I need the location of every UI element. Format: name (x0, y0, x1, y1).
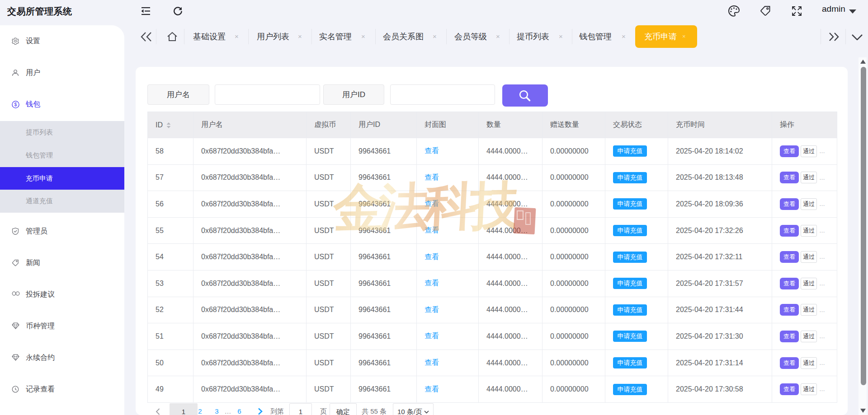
svg-text:$: $ (14, 102, 17, 107)
